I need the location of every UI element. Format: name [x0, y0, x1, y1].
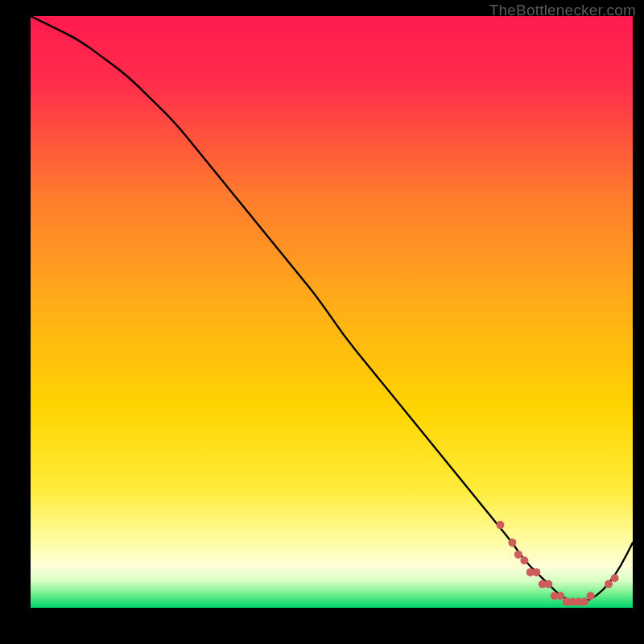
curve-marker — [605, 580, 613, 588]
curve-marker — [587, 592, 595, 600]
plot-area — [31, 16, 633, 608]
curve-marker — [544, 580, 552, 588]
bottleneck-chart — [31, 16, 633, 608]
curve-marker — [532, 568, 540, 576]
curve-marker — [514, 551, 522, 559]
curve-marker — [508, 539, 516, 547]
curve-marker — [556, 592, 564, 600]
curve-marker — [580, 598, 588, 606]
curve-marker — [611, 574, 619, 582]
gradient-fill — [31, 16, 633, 608]
chart-stage: TheBottlenecker.com — [0, 0, 644, 644]
curve-marker — [496, 521, 504, 529]
curve-marker — [520, 556, 528, 564]
